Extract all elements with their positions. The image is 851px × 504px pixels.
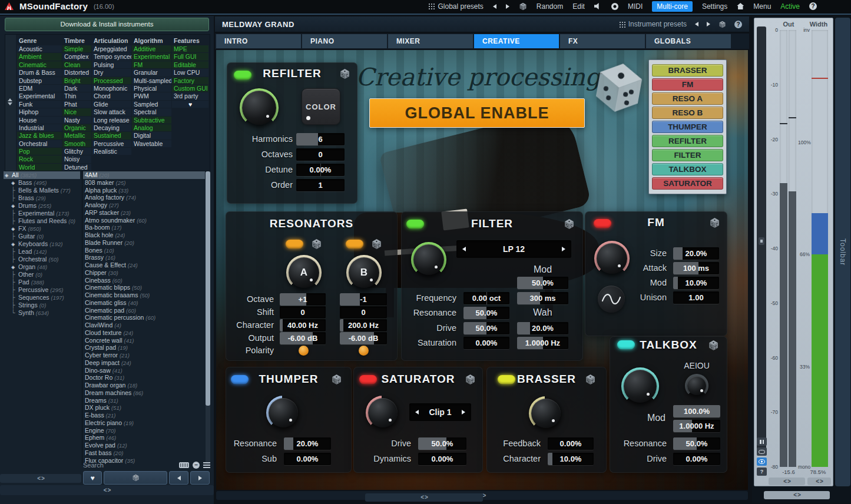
octaves-field[interactable]: 0 <box>296 148 345 161</box>
character-field[interactable]: 10.0% <box>548 453 594 465</box>
octave-a-field[interactable]: +1 <box>280 293 326 306</box>
preset-item[interactable]: Brassy (16) <box>83 254 205 261</box>
filter-knob[interactable] <box>411 242 446 277</box>
tree-item-synth[interactable]: └Synth(634) <box>4 309 80 317</box>
tree-item-lead[interactable]: ├Lead(142) <box>4 248 80 256</box>
preset-item[interactable]: Chipper (30) <box>83 269 205 277</box>
expand-icon[interactable]: ◈ <box>11 179 16 187</box>
speaker-icon[interactable] <box>594 3 602 9</box>
edit-button[interactable]: Edit <box>572 2 585 11</box>
tree-item-pad[interactable]: ├Pad(388) <box>4 278 80 286</box>
home-icon[interactable] <box>737 3 744 9</box>
link-button[interactable] <box>757 447 767 456</box>
tag-cell[interactable]: Detuned <box>62 164 91 171</box>
talkbox-knob[interactable] <box>621 367 659 405</box>
preset-item[interactable]: Ephem (46) <box>83 434 205 442</box>
polarity-b-button[interactable] <box>359 346 369 356</box>
mod-amount-field[interactable]: 100.0% <box>673 405 720 417</box>
global-enable-button[interactable]: GLOBAL ENABLE <box>369 98 585 128</box>
tag-cell[interactable]: Bright <box>62 77 91 84</box>
shift-b-field[interactable]: 0 <box>340 306 387 319</box>
module-button-reso-b[interactable]: RESO B <box>652 107 723 119</box>
tag-cell[interactable]: Noisy <box>62 155 91 163</box>
preset-item[interactable]: Dream machines (86) <box>83 389 205 397</box>
tree-item-bells-mallets[interactable]: ├Bells & Mallets(77) <box>4 187 80 194</box>
module-button-saturator[interactable]: SATURATOR <box>652 177 723 190</box>
tag-table-scrollbar[interactable] <box>5 35 16 171</box>
pause-button[interactable] <box>757 437 767 446</box>
tag-cell[interactable]: Additive <box>132 45 171 52</box>
tree-item-fx[interactable]: ◈FX(850) <box>4 225 80 233</box>
prev-preset-button[interactable] <box>493 4 496 9</box>
preset-item[interactable]: Evolve pad (12) <box>83 442 205 449</box>
order-field[interactable]: 1 <box>296 179 345 191</box>
preset-item[interactable]: Fast bass (20) <box>83 449 205 457</box>
dice-icon[interactable] <box>708 340 719 351</box>
tag-cell[interactable]: Nasty <box>62 117 91 124</box>
tag-cell[interactable]: Jazz & blues <box>17 132 62 139</box>
filter-type-dropdown[interactable]: LP 12 <box>456 240 571 258</box>
visibility-button[interactable] <box>757 457 767 466</box>
saturation-field[interactable]: 0.00% <box>463 337 509 349</box>
strip-resize-handle[interactable] <box>764 491 830 499</box>
tag-cell[interactable]: Thin <box>62 92 91 100</box>
tag-cell[interactable]: Decaying <box>92 124 131 131</box>
random-button[interactable]: Random <box>537 2 563 11</box>
preset-item[interactable]: 808 maker (25) <box>83 179 205 187</box>
size-field[interactable]: 20.0% <box>673 247 719 260</box>
tag-cell[interactable]: FM <box>132 61 171 68</box>
clear-search-icon[interactable]: – <box>193 462 200 469</box>
tag-cell[interactable]: House <box>17 117 62 124</box>
dice-icon[interactable] <box>585 374 596 385</box>
frequency-field[interactable]: 0.00 oct <box>463 292 509 304</box>
next-preset-button[interactable] <box>506 4 509 9</box>
module-button-filter[interactable]: FILTER <box>652 149 723 161</box>
tag-cell[interactable]: Dark <box>62 85 91 92</box>
tree-item-orchestral[interactable]: ├Orchestral(50) <box>4 256 80 263</box>
tag-cell[interactable]: PWM <box>132 92 171 100</box>
tag-cell[interactable]: Complex <box>62 53 91 60</box>
tag-cell[interactable]: Full GUI <box>172 53 208 60</box>
multicore-button[interactable]: Multi-core <box>652 1 693 12</box>
tag-cell[interactable]: Nice <box>62 108 91 115</box>
dice-icon[interactable] <box>709 217 720 228</box>
dice-icon[interactable] <box>718 21 726 28</box>
module-button-thumper[interactable]: THUMPER <box>652 121 723 133</box>
tag-cell[interactable]: Glide <box>92 101 131 108</box>
preset-item[interactable]: Analogy (27) <box>83 201 205 209</box>
tree-item-bass[interactable]: ◈Bass(495) <box>4 179 80 187</box>
tree-item-experimental[interactable]: ├Experimental(173) <box>4 210 80 217</box>
next-icon[interactable] <box>707 22 710 26</box>
tag-cell[interactable]: Long release <box>92 117 131 124</box>
module-button-refilter[interactable]: REFILTER <box>652 135 723 147</box>
settings-button[interactable]: Settings <box>702 2 727 11</box>
tag-cell[interactable]: World <box>17 164 62 171</box>
tab-creative[interactable]: CREATIVE <box>474 34 559 48</box>
mod-field[interactable]: 10.0% <box>673 277 719 289</box>
preset-item[interactable]: Cloud texture (24) <box>83 329 205 337</box>
toolbar-tab[interactable]: Toolbar <box>835 18 850 486</box>
preset-item[interactable]: Dino-saw (41) <box>83 367 205 374</box>
drive-field[interactable]: 50.0% <box>418 437 466 450</box>
midi-button[interactable]: MIDI <box>628 2 643 11</box>
mod-rate-field[interactable]: 1.0000 Hz <box>673 420 720 432</box>
record-icon[interactable] <box>611 3 618 10</box>
tag-cell[interactable]: Digital <box>132 132 171 139</box>
tag-cell[interactable]: Pulsing <box>92 61 131 68</box>
preset-item[interactable]: Ba-boom (17) <box>83 224 205 231</box>
up-down-icon[interactable] <box>8 98 12 105</box>
vowel-knob[interactable] <box>685 374 708 397</box>
search-input[interactable]: Search <box>83 462 104 469</box>
tag-cell[interactable]: Dry <box>92 69 131 76</box>
tag-cell[interactable]: Drum & Bass <box>17 69 62 76</box>
attack-field[interactable]: 100 ms <box>673 262 719 274</box>
mod-amount-field[interactable]: 50.0% <box>517 277 568 289</box>
tag-cell[interactable]: Arpeggiated <box>92 45 131 52</box>
dice-icon[interactable] <box>311 238 322 250</box>
preset-item[interactable]: ARP stacker (23) <box>83 209 205 217</box>
tag-cell[interactable]: Simple <box>62 45 91 52</box>
active-status[interactable]: Active <box>780 2 800 11</box>
tag-cell[interactable]: Factory <box>172 77 208 84</box>
preset-item[interactable]: Electric piano (19) <box>83 419 205 427</box>
dice-icon[interactable] <box>339 68 350 79</box>
